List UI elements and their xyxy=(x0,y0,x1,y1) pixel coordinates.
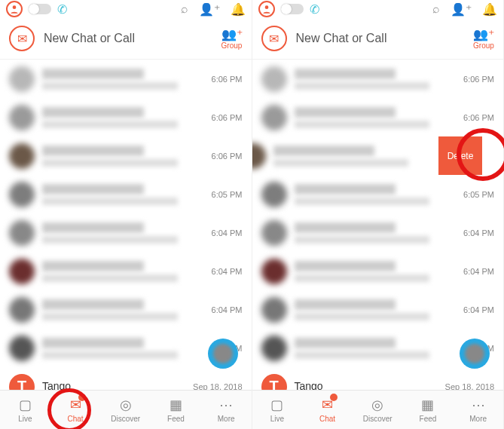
group-label: Group xyxy=(221,41,243,50)
profile-avatar[interactable] xyxy=(6,1,23,17)
chat-name xyxy=(295,69,396,79)
tab-feed[interactable]: ▦Feed xyxy=(403,391,454,429)
chat-name xyxy=(273,146,375,156)
delete-button[interactable]: Delete xyxy=(438,136,482,175)
new-chat-label: New Chat or Call xyxy=(44,32,135,45)
availability-toggle[interactable] xyxy=(29,4,51,14)
chat-name xyxy=(295,261,396,271)
tab-discover[interactable]: ◎Discover xyxy=(100,391,151,429)
chat-row[interactable]: 6:05 PM xyxy=(252,175,504,213)
chat-time: 6:06 PM xyxy=(212,75,243,84)
chat-row[interactable]: 6:04 PM xyxy=(0,290,252,329)
chat-name xyxy=(295,184,396,195)
chat-body xyxy=(42,222,212,244)
chat-preview xyxy=(295,82,430,90)
chat-row[interactable]: 6:06 PM xyxy=(0,98,252,136)
tab-chat[interactable]: ✉Chat xyxy=(50,391,101,429)
chat-body xyxy=(42,69,212,90)
tab-feed[interactable]: ▦Feed xyxy=(151,391,201,429)
tab-live[interactable]: ▢Live xyxy=(252,391,303,429)
tab-discover[interactable]: ◎Discover xyxy=(353,391,403,429)
new-chat-row[interactable]: ✉ New Chat or Call 👥⁺ Group xyxy=(252,18,504,60)
chat-preview xyxy=(42,198,178,205)
tab-live[interactable]: ▢Live xyxy=(0,391,50,429)
chat-row[interactable]: 6:06 PM xyxy=(252,98,504,136)
chat-preview xyxy=(42,351,178,359)
new-chat-label: New Chat or Call xyxy=(296,32,387,45)
tab-chat[interactable]: ✉Chat xyxy=(302,391,353,429)
chat-avatar xyxy=(9,182,35,207)
floating-profile-button[interactable] xyxy=(460,339,490,369)
chat-name xyxy=(42,222,144,233)
chat-avatar xyxy=(9,297,35,323)
chat-icon: ✉ xyxy=(322,397,333,413)
more-icon: ⋯ xyxy=(219,397,233,413)
chat-row-tango[interactable]: TTangoSep 18, 2018 xyxy=(0,367,252,390)
chat-time: 6:04 PM xyxy=(212,228,243,237)
chat-avatar xyxy=(261,182,287,207)
tab-more[interactable]: ⋯More xyxy=(453,391,503,429)
chat-body xyxy=(295,107,464,128)
chat-preview xyxy=(295,198,430,205)
add-friend-icon[interactable]: 👤⁺ xyxy=(451,2,472,17)
svg-point-1 xyxy=(264,5,268,9)
chat-body xyxy=(42,146,212,167)
chat-badge xyxy=(78,394,86,401)
discover-icon: ◎ xyxy=(120,397,132,413)
person-icon xyxy=(9,4,20,14)
chat-row[interactable]: 6:04 PM xyxy=(252,290,504,329)
feed-icon: ▦ xyxy=(421,397,434,413)
new-chat-icon: ✉ xyxy=(261,26,287,51)
chat-row[interactable]: 6:06 PM xyxy=(0,136,252,175)
chat-row[interactable]: 6:04 PM xyxy=(0,252,252,290)
chat-time: 6:04 PM xyxy=(212,305,243,314)
chat-row[interactable]: 6:05 PM xyxy=(0,175,252,213)
chat-preview xyxy=(273,159,409,167)
chat-time: 6:04 PM xyxy=(463,305,494,314)
profile-avatar[interactable] xyxy=(258,1,275,17)
chat-name xyxy=(42,69,144,79)
tab-more[interactable]: ⋯More xyxy=(201,391,252,429)
chat-row[interactable]: 6:06 PM xyxy=(252,60,504,98)
add-friend-icon[interactable]: 👤⁺ xyxy=(199,2,220,17)
chat-avatar xyxy=(261,220,287,246)
phone-right: ✆ ⌕ 👤⁺ 🔔 ✉ New Chat or Call 👥⁺ Group 6:0… xyxy=(252,0,505,429)
group-button[interactable]: 👥⁺ Group xyxy=(221,27,243,50)
chat-row[interactable]: 6:04 PM xyxy=(252,213,504,252)
group-button[interactable]: 👥⁺ Group xyxy=(473,27,494,50)
availability-toggle[interactable] xyxy=(281,4,304,14)
chat-preview xyxy=(295,351,430,359)
more-icon: ⋯ xyxy=(472,397,485,413)
chat-body xyxy=(295,299,464,320)
chat-row[interactable]: 6:04 PM xyxy=(252,252,504,290)
chat-name xyxy=(295,222,396,233)
bell-icon[interactable]: 🔔 xyxy=(231,2,246,17)
group-icon: 👥⁺ xyxy=(473,27,494,41)
chat-list: 6:06 PM6:06 PM6:06 PM6:05 PM6:04 PM6:04 … xyxy=(0,60,252,390)
chat-time: 6:04 PM xyxy=(463,228,494,237)
chat-row[interactable]: 6:06 PM xyxy=(0,60,252,98)
chat-time: 6:05 PM xyxy=(463,190,494,199)
search-icon[interactable]: ⌕ xyxy=(181,2,188,16)
group-label: Group xyxy=(473,41,494,50)
bell-icon[interactable]: 🔔 xyxy=(482,2,497,17)
chat-name xyxy=(42,146,144,156)
chat-time: 6:04 PM xyxy=(463,267,494,276)
bottom-tabs: ▢Live ✉Chat ◎Discover ▦Feed ⋯More xyxy=(252,390,504,429)
chat-avatar xyxy=(9,336,35,361)
chat-preview xyxy=(295,313,430,320)
new-chat-row[interactable]: ✉ New Chat or Call 👥⁺ Group xyxy=(0,18,252,60)
chat-avatar xyxy=(9,220,35,246)
chat-time: 6:06 PM xyxy=(463,113,494,122)
chat-row-tango[interactable]: TTangoSep 18, 2018 xyxy=(252,367,504,390)
chat-row[interactable]: 6:04 PM xyxy=(0,213,252,252)
chat-body xyxy=(42,299,212,320)
chat-time: 6:06 PM xyxy=(463,75,494,84)
search-icon[interactable]: ⌕ xyxy=(432,2,440,16)
chat-row[interactable]: 6:06 PMDelete xyxy=(252,136,483,175)
chat-body xyxy=(295,184,464,205)
floating-profile-button[interactable] xyxy=(208,339,238,369)
chat-badge xyxy=(330,394,338,401)
chat-avatar xyxy=(9,143,35,169)
chat-avatar xyxy=(261,297,287,323)
